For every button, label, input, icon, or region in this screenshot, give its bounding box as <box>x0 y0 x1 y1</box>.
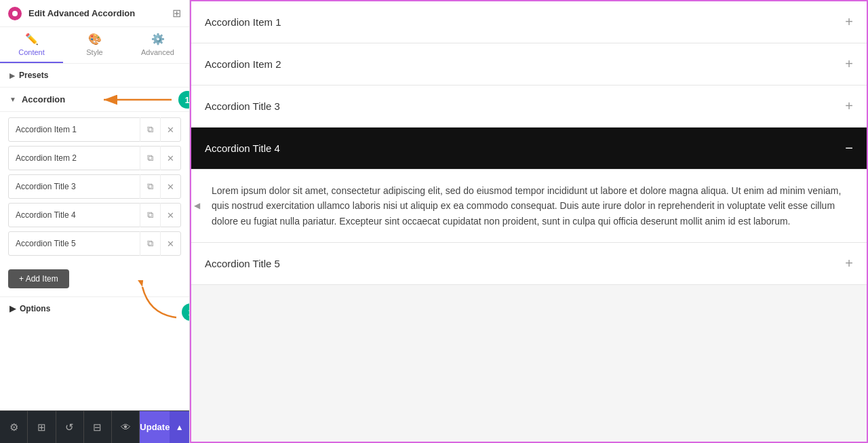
main-accordion-title-4: Accordion Title 4 <box>205 142 280 154</box>
accordion-item-2-label: Accordion Item 2 <box>9 153 140 163</box>
accordion-item-2-copy[interactable]: ⧉ <box>140 146 160 170</box>
panel-title: Edit Advanced Accordion <box>28 8 172 18</box>
main-accordion-collapse-4[interactable]: − <box>845 140 853 156</box>
layers-icon-btn[interactable]: ⊞ <box>28 411 56 444</box>
presets-label: Presets <box>19 71 48 80</box>
main-accordion-title-3: Accordion Title 3 <box>205 100 280 112</box>
accordion-item-5-copy[interactable]: ⧉ <box>140 231 160 256</box>
accordion-list-item-4[interactable]: Accordion Title 4 ⧉ ✕ <box>8 203 181 227</box>
accordion-content-text: Lorem ipsum dolor sit amet, consectetur … <box>205 183 853 229</box>
accordion-item-4-label: Accordion Title 4 <box>9 210 140 220</box>
accordion-item-3-label: Accordion Title 3 <box>9 182 140 191</box>
options-section-header[interactable]: ▶ Options <box>0 296 189 320</box>
add-item-button[interactable]: + Add Item <box>8 269 69 288</box>
advanced-tab-label: Advanced <box>141 48 174 56</box>
update-button[interactable]: Update <box>140 411 170 444</box>
accordion-item-4-delete[interactable]: ✕ <box>160 203 180 227</box>
main-accordion-expand-5[interactable]: + <box>845 256 853 271</box>
main-accordion-item-5[interactable]: Accordion Title 5 + <box>191 243 867 285</box>
accordion-list-item-5[interactable]: Accordion Title 5 ⧉ ✕ <box>8 231 181 256</box>
main-accordion-title-2: Accordion Item 2 <box>205 58 281 70</box>
panel-header: Edit Advanced Accordion ⊞ <box>0 0 189 27</box>
accordion-item-1-label: Accordion Item 1 <box>9 125 140 134</box>
main-accordion-item-4[interactable]: Accordion Title 4 − <box>191 128 867 170</box>
accordion-item-2-delete[interactable]: ✕ <box>160 146 180 170</box>
accordion-list-item-2[interactable]: Accordion Item 2 ⧉ ✕ <box>8 146 181 170</box>
panel-body: ▶ Presets ▼ Accordion 1 <box>0 64 189 410</box>
tab-content[interactable]: ✏️ Content <box>0 27 63 63</box>
templates-icon-btn[interactable]: ⊟ <box>84 411 112 444</box>
advanced-tab-icon: ⚙️ <box>151 33 165 45</box>
main-accordion-item-3[interactable]: Accordion Title 3 + <box>191 85 867 128</box>
style-tab-icon: 🎨 <box>88 33 102 45</box>
main-accordion-item-1[interactable]: Accordion Item 1 + <box>191 1 867 43</box>
bottom-toolbar: ⚙ ⊞ ↺ ⊟ 👁 Update ▲ <box>0 410 189 443</box>
content-collapse-arrow[interactable]: ◀ <box>191 197 203 215</box>
preview-icon-btn[interactable]: 👁 <box>112 411 140 444</box>
accordion-item-3-copy[interactable]: ⧉ <box>140 174 160 199</box>
grid-icon[interactable]: ⊞ <box>172 7 181 20</box>
app-icon <box>8 7 22 20</box>
presets-section-header[interactable]: ▶ Presets <box>0 64 189 88</box>
right-panel: Accordion Item 1 + Accordion Item 2 + Ac… <box>190 0 868 443</box>
accordion-expanded-content: ◀ Lorem ipsum dolor sit amet, consectetu… <box>191 170 867 243</box>
tab-advanced[interactable]: ⚙️ Advanced <box>126 27 189 63</box>
accordion-item-5-delete[interactable]: ✕ <box>160 231 180 256</box>
content-tab-icon: ✏️ <box>25 33 39 45</box>
tab-style[interactable]: 🎨 Style <box>63 27 126 63</box>
accordion-item-1-delete[interactable]: ✕ <box>160 117 180 142</box>
style-tab-label: Style <box>86 48 102 56</box>
main-accordion-expand-1[interactable]: + <box>845 14 853 30</box>
accordion-item-5-label: Accordion Title 5 <box>9 239 140 248</box>
accordion-chevron: ▼ <box>9 96 16 103</box>
presets-chevron: ▶ <box>9 72 15 79</box>
main-accordion-expand-2[interactable]: + <box>845 56 853 72</box>
options-chevron: ▶ <box>9 304 16 313</box>
accordion-item-1-copy[interactable]: ⧉ <box>140 117 160 142</box>
main-accordion-expand-3[interactable]: + <box>845 98 853 114</box>
main-accordion-title-5: Accordion Title 5 <box>205 258 280 269</box>
main-accordion-title-1: Accordion Item 1 <box>205 16 281 28</box>
tabs-row: ✏️ Content 🎨 Style ⚙️ Advanced <box>0 27 189 64</box>
add-item-row: + Add Item 1 <box>0 265 189 296</box>
accordion-item-4-copy[interactable]: ⧉ <box>140 203 160 227</box>
options-label: Options <box>20 304 50 313</box>
accordion-item-3-delete[interactable]: ✕ <box>160 174 180 199</box>
update-chevron-btn[interactable]: ▲ <box>170 411 189 444</box>
settings-icon-btn[interactable]: ⚙ <box>0 411 28 444</box>
main-accordion-item-2[interactable]: Accordion Item 2 + <box>191 43 867 85</box>
left-panel: Edit Advanced Accordion ⊞ ✏️ Content 🎨 S… <box>0 0 190 443</box>
accordion-section-label: Accordion <box>22 94 65 104</box>
history-icon-btn[interactable]: ↺ <box>56 411 84 444</box>
accordion-section-header[interactable]: ▼ Accordion <box>0 88 189 112</box>
accordion-list-item-3[interactable]: Accordion Title 3 ⧉ ✕ <box>8 174 181 199</box>
accordion-list-item-1[interactable]: Accordion Item 1 ⧉ ✕ <box>8 117 181 142</box>
content-tab-label: Content <box>18 48 45 56</box>
accordion-items-list: Accordion Item 1 ⧉ ✕ Accordion Item 2 ⧉ … <box>0 112 189 265</box>
accordion-section-wrapper: ▼ Accordion 1 <box>0 88 189 112</box>
